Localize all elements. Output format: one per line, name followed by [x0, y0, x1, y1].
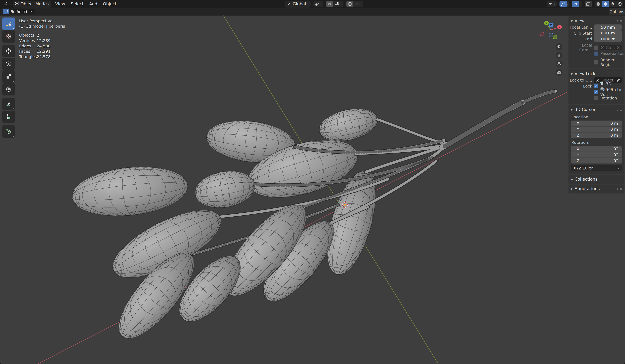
mode-label: Object Mode	[21, 1, 47, 6]
transform-orientation-dropdown[interactable]: Global ▾	[285, 0, 311, 8]
panel-view-header[interactable]: ▼ View	[569, 18, 624, 24]
lock-to-object-label: Lock to O...	[569, 78, 594, 83]
panel-title: Annotations	[575, 186, 600, 191]
gizmo-axis-negx[interactable]	[540, 32, 544, 36]
lock-3d-cursor-checkbox[interactable]	[594, 84, 598, 88]
select-mode-extend-button[interactable]	[9, 9, 16, 14]
cursor-location-z-field[interactable]: Z 0 m	[571, 133, 622, 138]
drag-handle-icon[interactable]	[617, 178, 622, 180]
visibility-dropdown[interactable]: ▾	[547, 1, 557, 7]
pivot-point-dropdown[interactable]: ▾	[313, 1, 324, 7]
tool-add-primitive[interactable]	[2, 125, 15, 138]
chevron-down-icon: ▾	[554, 3, 557, 5]
cursor-location-x-field[interactable]: X 0 m	[571, 120, 622, 126]
render-region-checkbox[interactable]	[594, 60, 598, 64]
tool-rotate[interactable]	[2, 58, 15, 70]
passepartout-label: Passepartout	[600, 51, 625, 56]
viewport-stats-overlay: User Perspective (1) 3d model | berberis…	[19, 18, 65, 59]
panel-3d-cursor-header[interactable]: ▼ 3D Cursor	[569, 106, 624, 113]
panel-view-lock-header[interactable]: ▼ View Lock	[569, 70, 624, 77]
passepartout-checkbox[interactable]	[594, 52, 598, 56]
orientation-axes-icon	[287, 1, 291, 7]
tool-measure[interactable]	[2, 111, 15, 123]
menu-object[interactable]: Object	[100, 1, 119, 7]
mode-dropdown[interactable]: Object Mode ▾	[13, 0, 51, 8]
chevron-down-icon: ▼	[571, 108, 573, 111]
pan-button[interactable]	[556, 52, 562, 59]
cursor-location-y-field[interactable]: Y 0 m	[571, 127, 622, 132]
berry	[69, 162, 190, 221]
tool-move[interactable]	[2, 45, 15, 57]
tool-transform[interactable]	[2, 83, 15, 95]
shading-solid-button[interactable]	[602, 1, 609, 7]
proportional-edit-toggle[interactable]	[346, 1, 353, 7]
zoom-button[interactable]	[556, 43, 562, 50]
tool-select-box[interactable]	[2, 18, 15, 30]
rotation-label: Rotation:	[569, 139, 624, 146]
cursor-rotation-y-field[interactable]: Y 0°	[571, 152, 622, 158]
snap-toggle[interactable]	[326, 1, 333, 7]
panel-collections-header[interactable]: ▶ Collections	[569, 176, 624, 183]
camera-to-view-checkbox[interactable]	[594, 90, 598, 94]
lock-rotation-checkbox[interactable]	[594, 96, 598, 100]
clip-start-field[interactable]: 0.01 m	[594, 30, 622, 36]
local-camera-field[interactable]: Ca... ✕	[599, 45, 622, 50]
render-region-label: Render Regi...	[600, 57, 622, 67]
gizmo-axis-negz[interactable]	[549, 33, 553, 37]
cursor-rotation-z-field[interactable]: Z 0°	[571, 158, 622, 164]
clear-icon[interactable]: ✕	[617, 45, 620, 50]
location-label: Location:	[569, 113, 624, 120]
shading-rendered-button[interactable]	[616, 1, 624, 7]
viewport-canvas[interactable]	[0, 8, 625, 364]
editor-type-button[interactable]: ▾	[1, 0, 13, 8]
drag-handle-icon[interactable]	[617, 109, 622, 111]
rotation-mode-dropdown[interactable]: XYZ Euler ▾	[571, 165, 622, 171]
perspective-toggle-button[interactable]	[556, 69, 562, 76]
proportional-falloff-dropdown[interactable]	[353, 1, 361, 7]
select-mode-set-button[interactable]	[3, 9, 9, 14]
xray-toggle[interactable]	[585, 1, 592, 7]
show-overlays-toggle[interactable]	[572, 1, 579, 7]
menu-add[interactable]: Add	[86, 1, 100, 7]
view-name: User Perspective	[19, 18, 65, 24]
orientation-label: Global	[293, 1, 306, 6]
panel-title: Collections	[575, 177, 597, 182]
clip-end-field[interactable]: 1000 m	[594, 36, 622, 42]
select-mode-subtract-button[interactable]	[16, 9, 22, 14]
options-dropdown[interactable]: Options	[609, 8, 625, 15]
stat-row: Edges24,580	[19, 43, 65, 49]
panel-annotations: ▶ Annotations	[569, 185, 624, 193]
focal-length-field[interactable]: 50 mm	[594, 25, 622, 30]
shading-material-button[interactable]	[609, 1, 616, 7]
menu-select[interactable]: Select	[68, 1, 86, 7]
stat-row: Vertices12,289	[19, 38, 65, 43]
tool-annotate[interactable]	[2, 98, 15, 110]
drag-handle-icon[interactable]	[617, 188, 622, 190]
select-mode-intersect-button[interactable]	[28, 9, 35, 14]
navigation-gizmo[interactable]: Y Z X	[536, 14, 566, 44]
local-camera-checkbox[interactable]	[594, 46, 598, 50]
chevron-down-icon: ▾	[361, 3, 364, 5]
shading-wireframe-button[interactable]	[595, 1, 602, 7]
tool-scale[interactable]	[2, 70, 15, 83]
chevron-down-icon: ▾	[341, 3, 344, 5]
chevron-down-icon: ▼	[571, 19, 573, 23]
snap-target-dropdown[interactable]	[333, 1, 341, 7]
viewport-3d[interactable]: Options	[0, 8, 625, 364]
gizmo-axis-negy[interactable]	[553, 35, 557, 39]
panel-annotations-header[interactable]: ▶ Annotations	[569, 185, 624, 192]
lock-rotation-label: Rotation	[600, 96, 617, 100]
xray-icon	[585, 1, 592, 7]
chevron-down-icon: ▾	[321, 3, 324, 5]
top-header: ▾ Object Mode ▾ View Select Add Object G…	[0, 0, 625, 8]
camera-view-button[interactable]	[556, 60, 562, 67]
menu-view[interactable]: View	[52, 1, 68, 7]
focal-length-label: Focal Len...	[569, 25, 594, 30]
drag-handle-icon[interactable]	[617, 20, 622, 22]
select-mode-invert-button[interactable]	[22, 9, 28, 14]
clip-start-label: Clip Start	[569, 31, 594, 36]
tool-cursor[interactable]	[2, 30, 15, 43]
cursor-rotation-x-field[interactable]: X 0°	[571, 146, 622, 152]
show-gizmo-toggle[interactable]	[560, 1, 567, 7]
eye-icon	[547, 1, 554, 7]
